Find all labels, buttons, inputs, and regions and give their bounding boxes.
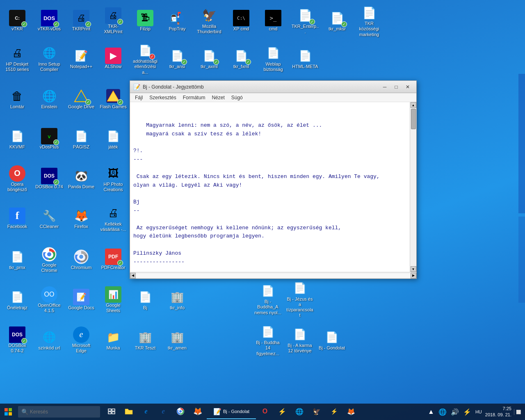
desktop-icon-ccleaner[interactable]: 🔧 CCleaner xyxy=(34,201,65,236)
desktop-icon-tkr-prnx[interactable]: 📄 tkr_prnx xyxy=(2,242,33,277)
desktop-icon-jatek[interactable]: 📄 játék xyxy=(98,121,129,157)
taskbar-search-box[interactable]: 🔍 xyxy=(18,406,100,418)
desktop-icon-google-docs[interactable]: 📝 Google Docs xyxy=(66,282,97,317)
taskbar-extra3[interactable]: ⚡ xyxy=(326,404,342,419)
taskbar-opera[interactable]: O xyxy=(257,404,273,419)
tray-icon-volume[interactable]: 🔊 xyxy=(450,407,460,417)
desktop-icon-google-chrome[interactable]: Google Chrome xyxy=(34,242,65,277)
desktop-icon-bj-buddha-a[interactable]: 📄 Bj - Buddha_A nemes nyol... xyxy=(252,281,283,317)
desktop-icon-chromium[interactable]: Chromium xyxy=(66,242,97,277)
desktop-icon-google-sheets[interactable]: 📊 Google Sheets xyxy=(98,282,129,317)
notepad-close-button[interactable]: ✕ xyxy=(402,83,413,91)
taskbar-clock[interactable]: 7:25 2018. 09. 21. xyxy=(485,406,511,418)
desktop-icon-munka[interactable]: 📁 Munka xyxy=(98,322,129,358)
tray-icon-network[interactable]: 🌐 xyxy=(438,407,447,417)
desktop-icon-hp[interactable]: 🖨 HP Deskjet 1510 series xyxy=(2,41,33,76)
desktop-icon-tkr-xmlprint[interactable]: 🖨 ✓ TKR-XMLPrint xyxy=(98,3,129,39)
desktop-icon-tkr-kozossegi[interactable]: 📄 TKR közösségi marketing xyxy=(354,3,385,39)
desktop-icon-kellekek[interactable]: 🖨 Kellékek vásárlása -... xyxy=(98,201,129,236)
notepad-content-area[interactable]: Magyarnak lenni: nem a szó, a név, az ős… xyxy=(130,102,410,272)
desktop-icon-dosbox074[interactable]: DOS ✓ DOSBox 0.74 xyxy=(34,161,65,196)
desktop-icon-panda[interactable]: 🐼 Panda Dome xyxy=(66,161,97,196)
desktop-icon-oneletrajz[interactable]: 📄 Önéletrajz xyxy=(2,282,33,317)
desktop-icon-einstein[interactable]: 🌐 Einstein xyxy=(34,81,65,116)
taskbar-extra2[interactable]: 🦅 xyxy=(308,404,325,419)
desktop-icon-vtkr[interactable]: C: ✓ vTKR xyxy=(2,3,33,39)
taskbar-chrome[interactable] xyxy=(172,404,189,419)
tray-icon-power[interactable]: ⚡ xyxy=(462,407,472,417)
desktop-icon-adohat[interactable]: 📄 ✓ adóhatósági ellenőrzési a... xyxy=(130,41,161,76)
desktop-icon-alshow[interactable]: ▶ ALShow xyxy=(98,41,129,76)
desktop-icon-opera[interactable]: O Opera böngésző xyxy=(2,161,33,196)
tray-icon-arrow[interactable]: ▲ xyxy=(427,407,435,416)
taskbar-extra4[interactable]: 🦊 xyxy=(343,404,359,419)
icon-label-flash-games: Flash Games xyxy=(100,104,126,110)
desktop-icon-bj-buddha-14[interactable]: 📄 Bj - Buddha 14 figyelmez... xyxy=(252,322,283,358)
desktop-icon-tkr-mksr[interactable]: 📄 ✓ tkr_mksr xyxy=(322,3,353,39)
desktop-icon-tkr-teszt[interactable]: 🏢 TKR Teszt xyxy=(130,322,161,358)
desktop-icon-pdfcreator[interactable]: PDF ✓ PDFCreator xyxy=(98,242,129,277)
desktop-icon-thunderbird[interactable]: 🦅 Mozilla Thunderbird xyxy=(194,3,225,39)
desktop-icon-ms-edge[interactable]: e Microsoft Edge xyxy=(66,322,97,358)
desktop-icon-tkr-enterp[interactable]: 📄 ✓ TKR_Enterp... xyxy=(290,3,321,39)
desktop-icon-pagisz[interactable]: 📄 PÁGISZ xyxy=(66,121,97,157)
desktop-icon-tkr-axml[interactable]: 📄✓ tkr_axml xyxy=(194,41,225,76)
search-input[interactable] xyxy=(30,409,97,415)
desktop-icon-lomtar[interactable]: 🗑 Lomtár xyxy=(2,81,33,116)
desktop-icon-tkr-fxml[interactable]: 📄✓ tkr_fxml xyxy=(226,41,257,76)
taskbar-edge[interactable]: e xyxy=(138,404,154,419)
notepad-menu-format[interactable]: Formátum xyxy=(180,94,209,101)
desktop-icon-hp-photo[interactable]: 🖼 HP Photo Creations xyxy=(98,161,129,196)
taskbar-task-view[interactable] xyxy=(103,404,120,419)
desktop-icon-kkvmf[interactable]: 📄 KKVMF xyxy=(2,121,33,157)
notepad-menu-file[interactable]: Fájl xyxy=(132,94,146,101)
taskbar-firefox[interactable]: 🦊 xyxy=(189,404,206,419)
notepad-maximize-button[interactable]: □ xyxy=(391,83,402,91)
taskbar-extra1[interactable]: 🌐 xyxy=(291,404,308,419)
icon-label-lomtar: Lomtár xyxy=(10,104,24,110)
notepad-titlebar[interactable]: 📝 Bj - Gondolat - Jegyzettömb ─ □ ✕ xyxy=(130,81,416,93)
start-button[interactable] xyxy=(0,404,16,420)
desktop-icon-vtkr-vdos[interactable]: DOS ✓ vTKR-vDos xyxy=(34,3,65,39)
desktop-icon-openoffice[interactable]: OO OpenOffice 4.1.5 xyxy=(34,282,65,317)
desktop-icon-flash-games[interactable]: ✓ Flash Games xyxy=(98,81,129,116)
taskbar-ie[interactable]: e xyxy=(155,404,171,419)
desktop-icon-google-drive[interactable]: △ ✓ Google Drive xyxy=(66,81,97,116)
notepad-scrollbar-horizontal[interactable]: ◀ ▶ xyxy=(130,272,416,278)
desktop-icon-notepadpp[interactable]: 📝 Notepad++ xyxy=(66,41,97,76)
notepad-scrollbar-vertical[interactable]: ▲ ▼ xyxy=(410,102,416,272)
notepad-menu-help[interactable]: Súgó xyxy=(228,94,246,101)
desktop-icon-poptray[interactable]: 📬 PopTray xyxy=(162,3,193,39)
desktop-icon-szinkod[interactable]: 🌐 színkód url xyxy=(34,322,65,358)
desktop-icon-filzip[interactable]: 🗜 Filzip xyxy=(130,3,161,39)
desktop-icon-html-meta[interactable]: 📄 HTML-META xyxy=(290,41,321,76)
desktop-icon-weblap[interactable]: 📄 Weblap biztonság xyxy=(258,41,289,76)
desktop-icon-tkr-ansi[interactable]: 📄✓ tkr_ansi xyxy=(162,41,193,76)
taskbar-filezilla[interactable]: ⚡ xyxy=(274,404,290,419)
desktop-icon-firefox[interactable]: 🦊 Firefox xyxy=(66,201,97,236)
desktop-icon-facebook[interactable]: f Facebook xyxy=(2,201,33,236)
tray-icon-show-desktop[interactable]: ⬜ xyxy=(514,409,522,415)
desktop-icon-inno[interactable]: 🌐 Inno Setup Compiler xyxy=(34,41,65,76)
taskbar-notepad[interactable]: 📝 Bj - Gondolat xyxy=(207,404,256,419)
desktop-icon-dosbox2[interactable]: DOS ✓ DOSBox 0.74-2 xyxy=(2,322,33,358)
desktop-icon-bj-karma[interactable]: 📄 Bj - A karma 12 törvénye xyxy=(284,322,315,358)
desktop-icon-bj-jezus[interactable]: 📄 Bj - Jézus és a tízparancsolat xyxy=(284,281,315,317)
desktop-icon-cmd[interactable]: >_ cmd xyxy=(258,3,289,39)
desktop-icon-bj[interactable]: 📄 Bj xyxy=(130,282,161,317)
tray-icon-language[interactable]: HU xyxy=(475,409,483,415)
desktop-icon-bj-gondolat[interactable]: 📄 Bj - Gondolat xyxy=(316,322,347,358)
taskbar-explorer[interactable] xyxy=(121,404,137,419)
desktop-icon-vdosplus[interactable]: v✓ vDosPlus xyxy=(34,121,65,157)
desktop-icon-tkr-amen[interactable]: 🏢 tkr_amen xyxy=(162,322,193,358)
desktop-icon-tkrprint[interactable]: 🖨 ✓ TKRPrint xyxy=(66,3,97,39)
icon-label-adohat: adóhatósági ellenőrzési a... xyxy=(131,59,159,75)
notepad-menu-edit[interactable]: Szerkesztés xyxy=(146,94,179,101)
desktop-icon-tkr-info[interactable]: 🏢 tkr_info xyxy=(162,282,193,317)
icon-label-jatek: játék xyxy=(108,144,118,150)
desktop-icon-xpcmd[interactable]: C:\ XP cmd xyxy=(226,3,257,39)
icon-label-munka: Munka xyxy=(106,345,120,351)
notepad-minimize-button[interactable]: ─ xyxy=(379,83,390,91)
notepad-menu-view[interactable]: Nézet xyxy=(208,94,228,101)
icon-label-tkr-ansi: tkr_ansi xyxy=(169,64,185,69)
